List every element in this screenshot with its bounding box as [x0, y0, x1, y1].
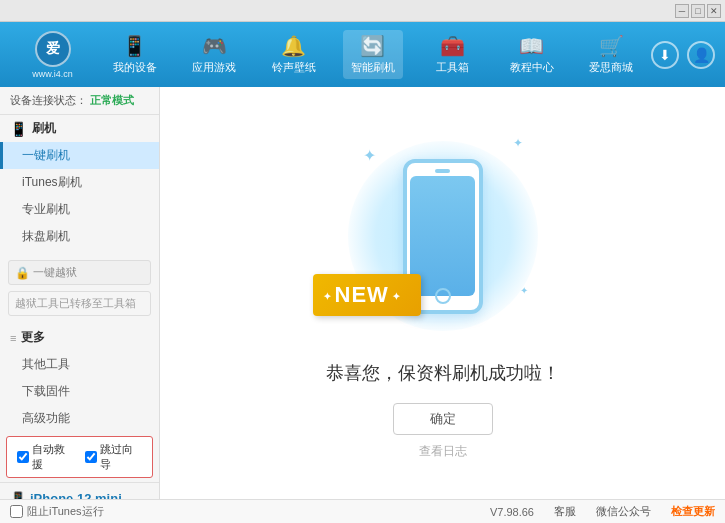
more-section-header: ≡ 更多 — [0, 324, 159, 351]
jailbreak-notice: 🔒 一键越狱 — [8, 260, 151, 285]
phone-illustration: NEW ✦ ✦ ✦ — [343, 126, 543, 346]
logo-area: 爱 www.i4.cn — [10, 31, 95, 79]
nav-toolbox[interactable]: 🧰 工具箱 — [422, 30, 482, 79]
maximize-button[interactable]: □ — [691, 4, 705, 18]
nav-my-device[interactable]: 📱 我的设备 — [105, 30, 165, 79]
check-update-button[interactable]: 检查更新 — [671, 504, 715, 519]
version-label: V7.98.66 — [490, 506, 534, 518]
nav-right: ⬇ 👤 — [651, 41, 715, 69]
wechat-link[interactable]: 微信公众号 — [596, 504, 651, 519]
checkbox-area: 自动救援 跳过向导 — [6, 436, 153, 478]
nav-store[interactable]: 🛒 爱思商城 — [581, 30, 641, 79]
jailbreak-label: 一键越狱 — [33, 265, 77, 280]
device-name-text: iPhone 12 mini — [30, 491, 122, 499]
status-bar: 设备连接状态： 正常模式 — [0, 87, 159, 115]
bottom-right: V7.98.66 客服 微信公众号 检查更新 — [490, 504, 715, 519]
sidebar-item-advanced[interactable]: 高级功能 — [0, 405, 159, 432]
sidebar: 设备连接状态： 正常模式 📱 刷机 一键刷机 iTunes刷机 专业刷机 抹盘刷… — [0, 87, 160, 499]
nav-apps-games[interactable]: 🎮 应用游戏 — [184, 30, 244, 79]
auto-rescue-checkbox[interactable]: 自动救援 — [17, 442, 75, 472]
bottom-bar: 阻止iTunes运行 V7.98.66 客服 微信公众号 检查更新 — [0, 499, 725, 523]
nav-ringtones[interactable]: 🔔 铃声壁纸 — [264, 30, 324, 79]
nav-tutorials[interactable]: 📖 教程中心 — [502, 30, 562, 79]
sidebar-item-download-firmware[interactable]: 下载固件 — [0, 378, 159, 405]
logo-icon: 爱 — [35, 31, 71, 67]
close-button[interactable]: ✕ — [707, 4, 721, 18]
sidebar-item-itunes-flash[interactable]: iTunes刷机 — [0, 169, 159, 196]
flash-icon: 🔄 — [360, 34, 385, 58]
bottom-left: 阻止iTunes运行 — [10, 504, 104, 519]
flash-section-header: 📱 刷机 — [0, 115, 159, 142]
sidebar-item-one-click-flash[interactable]: 一键刷机 — [0, 142, 159, 169]
status-label: 设备连接状态： — [10, 94, 87, 106]
skip-wizard-input[interactable] — [85, 451, 97, 463]
more-label: 更多 — [21, 329, 45, 346]
itunes-block-label: 阻止iTunes运行 — [27, 504, 104, 519]
flash-label: 智能刷机 — [351, 60, 395, 75]
itunes-block-checkbox[interactable] — [10, 505, 23, 518]
account-button[interactable]: 👤 — [687, 41, 715, 69]
content-area: NEW ✦ ✦ ✦ 恭喜您，保资料刷机成功啦！ 确定 查看日志 — [160, 87, 725, 499]
skip-wizard-label: 跳过向导 — [100, 442, 143, 472]
sidebar-item-wipe-flash[interactable]: 抹盘刷机 — [0, 223, 159, 250]
device-info: 📱 iPhone 12 mini 64GB Down-12mini-13,1 — [0, 482, 159, 499]
apps-label: 应用游戏 — [192, 60, 236, 75]
main-area: 设备连接状态： 正常模式 📱 刷机 一键刷机 iTunes刷机 专业刷机 抹盘刷… — [0, 87, 725, 499]
skip-wizard-checkbox[interactable]: 跳过向导 — [85, 442, 143, 472]
ringtones-icon: 🔔 — [281, 34, 306, 58]
more-icon: ≡ — [10, 332, 16, 344]
tutorials-icon: 📖 — [519, 34, 544, 58]
sparkle-icon-2: ✦ — [513, 136, 523, 150]
auto-rescue-label: 自动救援 — [32, 442, 75, 472]
store-icon: 🛒 — [599, 34, 624, 58]
apps-icon: 🎮 — [202, 34, 227, 58]
new-badge: NEW — [313, 274, 421, 316]
new-ribbon-text: NEW — [313, 274, 421, 316]
confirm-button[interactable]: 确定 — [393, 403, 493, 435]
toolbox-label: 工具箱 — [436, 60, 469, 75]
download-button[interactable]: ⬇ — [651, 41, 679, 69]
logo-url: www.i4.cn — [32, 69, 73, 79]
phone-camera — [435, 169, 450, 173]
customer-service-link[interactable]: 客服 — [554, 504, 576, 519]
status-value: 正常模式 — [90, 94, 134, 106]
flash-section-label: 刷机 — [32, 120, 56, 137]
device-icon-small: 📱 — [10, 491, 26, 499]
auto-rescue-input[interactable] — [17, 451, 29, 463]
nav-smart-flash[interactable]: 🔄 智能刷机 — [343, 30, 403, 79]
phone-home-button — [435, 288, 451, 304]
lock-icon: 🔒 — [15, 266, 30, 280]
device-icon: 📱 — [122, 34, 147, 58]
ringtones-label: 铃声壁纸 — [272, 60, 316, 75]
title-bar: ─ □ ✕ — [0, 0, 725, 22]
success-message: 恭喜您，保资料刷机成功啦！ — [326, 361, 560, 385]
nav-items: 📱 我的设备 🎮 应用游戏 🔔 铃声壁纸 🔄 智能刷机 🧰 工具箱 📖 教程中心… — [95, 30, 651, 79]
sparkle-icon-3: ✦ — [520, 285, 528, 296]
top-nav: 爱 www.i4.cn 📱 我的设备 🎮 应用游戏 🔔 铃声壁纸 🔄 智能刷机 … — [0, 22, 725, 87]
store-label: 爱思商城 — [589, 60, 633, 75]
device-label: 我的设备 — [113, 60, 157, 75]
minimize-button[interactable]: ─ — [675, 4, 689, 18]
flash-section-icon: 📱 — [10, 121, 27, 137]
device-name-row: 📱 iPhone 12 mini — [10, 491, 149, 499]
window-controls: ─ □ ✕ — [675, 4, 721, 18]
sidebar-item-other-tools[interactable]: 其他工具 — [0, 351, 159, 378]
back-to-log-link[interactable]: 查看日志 — [419, 443, 467, 460]
sidebar-item-pro-flash[interactable]: 专业刷机 — [0, 196, 159, 223]
toolbox-icon: 🧰 — [440, 34, 465, 58]
sparkle-icon-1: ✦ — [363, 146, 376, 165]
jailbreak-redirect-notice: 越狱工具已转移至工具箱 — [8, 291, 151, 316]
tutorials-label: 教程中心 — [510, 60, 554, 75]
